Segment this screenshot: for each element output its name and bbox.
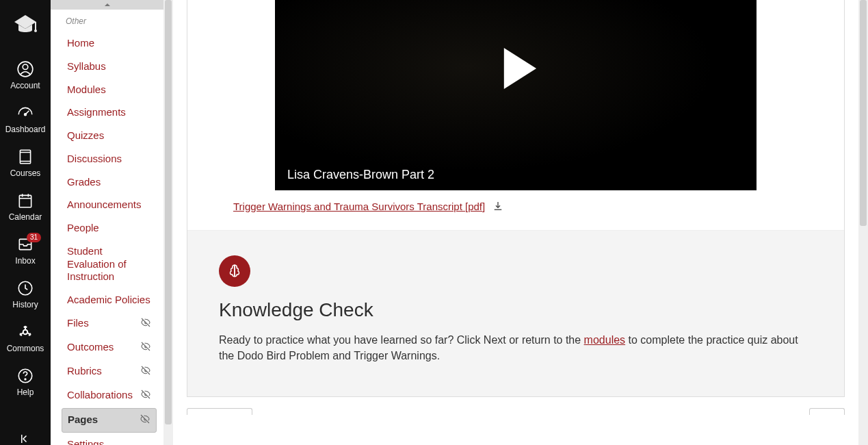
gauge-icon	[16, 104, 34, 122]
nav-commons[interactable]: Commons	[0, 318, 51, 361]
nav-label: Help	[17, 387, 34, 397]
course-nav-item[interactable]: Collaborations	[62, 384, 157, 407]
course-nav-item[interactable]: Grades	[62, 171, 157, 194]
nav-account[interactable]: Account	[0, 55, 51, 99]
page-content: Lisa Cravens-Brown Part 2 Trigger Warnin…	[173, 0, 858, 445]
course-nav-item[interactable]: Home	[62, 32, 157, 55]
knowledge-check-heading: Knowledge Check	[219, 299, 813, 321]
course-nav-item[interactable]: People	[62, 217, 157, 240]
brain-icon	[219, 255, 250, 287]
course-nav-item-label: Announcements	[67, 199, 141, 212]
hidden-icon	[140, 365, 151, 379]
nav-label: Courses	[10, 168, 41, 178]
course-nav-item[interactable]: Files	[62, 312, 157, 335]
svg-point-4	[25, 114, 27, 116]
nav-inbox[interactable]: 31 Inbox	[0, 230, 51, 274]
course-nav-item-label: Home	[67, 37, 94, 50]
course-nav-item[interactable]: Outcomes	[62, 336, 157, 359]
nav-label: Dashboard	[5, 125, 46, 134]
video-title: Lisa Cravens-Brown Part 2	[287, 168, 434, 182]
nav-label: Account	[10, 81, 40, 90]
course-nav-item-label: Assignments	[67, 106, 126, 119]
user-circle-icon	[16, 60, 34, 78]
course-nav-item-label: Files	[67, 317, 89, 330]
course-nav: Other HomeSyllabusModulesAssignmentsQuiz…	[51, 0, 163, 445]
book-icon	[16, 148, 34, 166]
nav-calendar[interactable]: Calendar	[0, 186, 51, 230]
nav-label: Commons	[7, 344, 44, 353]
next-button[interactable]	[809, 408, 845, 415]
nav-dashboard[interactable]: Dashboard	[0, 99, 51, 142]
course-nav-item[interactable]: Modules	[62, 79, 157, 101]
nav-courses[interactable]: Courses	[0, 142, 51, 186]
course-nav-item[interactable]: Quizzes	[62, 125, 157, 147]
course-nav-item-label: Rubrics	[67, 365, 102, 378]
course-nav-item-label: Student Evaluation of Instruction	[67, 245, 151, 283]
hidden-icon	[140, 414, 150, 427]
course-nav-scroll-up[interactable]	[51, 0, 163, 10]
course-nav-item[interactable]: Discussions	[62, 148, 157, 170]
nav-help[interactable]: Help	[0, 361, 51, 405]
video-player[interactable]: Lisa Cravens-Brown Part 2	[275, 0, 757, 190]
course-nav-item[interactable]: Rubrics	[62, 360, 157, 383]
course-nav-item-label: Collaborations	[67, 389, 133, 402]
nav-label: Calendar	[9, 212, 42, 222]
course-nav-item-label: Academic Policies	[67, 294, 150, 307]
transcript-row: Trigger Warnings and Trauma Survivors Tr…	[187, 190, 844, 230]
nav-label: History	[12, 300, 38, 309]
download-icon[interactable]	[492, 200, 504, 212]
help-icon	[16, 367, 34, 385]
kc-text-before: Ready to practice what you have learned …	[219, 334, 584, 346]
svg-point-9	[23, 330, 28, 335]
play-icon	[486, 39, 545, 101]
nav-history[interactable]: History	[0, 274, 51, 318]
share-icon	[16, 323, 34, 341]
svg-point-1	[34, 29, 37, 32]
course-nav-item-label: Discussions	[67, 153, 122, 166]
course-nav-item[interactable]: Settings	[62, 433, 157, 445]
course-nav-item[interactable]: Student Evaluation of Instruction	[62, 240, 157, 288]
institution-logo	[12, 12, 39, 40]
course-nav-scrollbar[interactable]	[163, 0, 173, 445]
course-nav-item-label: Outcomes	[67, 341, 114, 354]
knowledge-check-text: Ready to practice what you have learned …	[219, 332, 813, 364]
course-nav-item-label: Settings	[67, 438, 104, 445]
course-nav-item-label: Modules	[67, 84, 106, 97]
course-nav-item[interactable]: Assignments	[62, 101, 157, 124]
svg-point-11	[25, 379, 26, 380]
course-nav-item[interactable]: Syllabus	[62, 55, 157, 78]
course-nav-item[interactable]: Pages	[62, 408, 157, 433]
collapse-rail-button[interactable]	[0, 433, 51, 445]
course-nav-item-label: Quizzes	[67, 129, 104, 142]
knowledge-check-section: Knowledge Check Ready to practice what y…	[187, 230, 844, 396]
course-nav-item-label: Pages	[68, 414, 98, 427]
transcript-link[interactable]: Trigger Warnings and Trauma Survivors Tr…	[233, 201, 485, 212]
modules-link[interactable]: modules	[584, 334, 625, 346]
calendar-icon	[16, 192, 34, 209]
clock-icon	[16, 279, 34, 297]
course-nav-item[interactable]: Announcements	[62, 194, 157, 216]
svg-rect-6	[19, 195, 31, 207]
hidden-icon	[140, 389, 151, 403]
inbox-badge: 31	[27, 233, 41, 242]
page-card: Lisa Cravens-Brown Part 2 Trigger Warnin…	[187, 0, 845, 397]
svg-rect-0	[35, 22, 36, 30]
previous-button[interactable]	[187, 408, 252, 415]
module-nav-footer	[187, 408, 845, 415]
svg-point-3	[23, 64, 28, 70]
hidden-icon	[140, 317, 151, 331]
course-nav-item-label: People	[67, 222, 99, 235]
course-nav-item-label: Syllabus	[67, 60, 106, 73]
global-nav: Account Dashboard Courses Calendar 31	[0, 0, 51, 445]
course-nav-heading: Other	[62, 14, 157, 31]
hidden-icon	[140, 341, 151, 355]
page-scrollbar[interactable]	[858, 0, 868, 445]
course-nav-item[interactable]: Academic Policies	[62, 289, 157, 312]
course-nav-item-label: Grades	[67, 176, 101, 189]
nav-label: Inbox	[15, 256, 35, 266]
